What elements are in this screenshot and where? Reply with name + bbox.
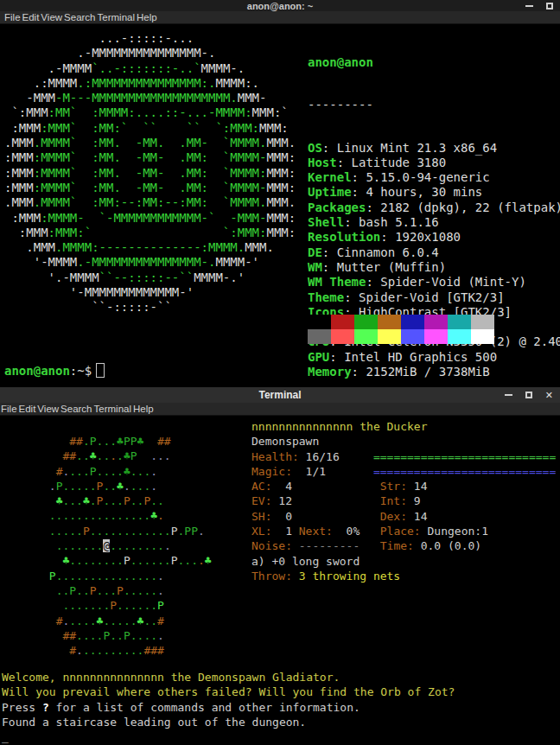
palette-swatch — [471, 329, 494, 344]
terminal-row: nnnnnnnnnnnnnnn the Ducker — [251, 419, 556, 434]
prompt-path: :~$ — [70, 364, 92, 378]
terminal-row: AC: 4 Str: 14 — [251, 479, 556, 493]
palette-swatch — [378, 315, 401, 329]
terminal-row: a) +0 long sword — [251, 554, 556, 569]
info-line: OS: Linux Mint 21.3 x86_64 — [308, 141, 560, 156]
palette-swatch — [308, 329, 331, 344]
terminal-row: _ — [2, 729, 455, 744]
terminal-row: .......@......... — [2, 538, 212, 553]
palette-swatch — [448, 315, 471, 329]
minimize-icon[interactable] — [505, 394, 512, 396]
info-line: DE: Cinnamon 6.0.4 — [308, 245, 560, 260]
palette-swatch — [401, 315, 424, 329]
terminal-row: .MMM.MMMM:--------------:MMMM.MMM. — [4, 240, 296, 255]
menu-item-file[interactable]: File — [3, 12, 22, 22]
info-user-host: anon@anon — [308, 55, 560, 70]
info-line: Shell: bash 5.1.16 — [308, 215, 560, 230]
terminal-row: ...............♣. — [2, 508, 212, 523]
terminal-row: Magic: 1/1 =========================== — [251, 464, 556, 479]
terminal-row: #....P....♣.... — [2, 464, 212, 479]
menu-item-help[interactable]: Help — [136, 12, 158, 22]
menu-item-search[interactable]: Search — [60, 404, 92, 414]
terminal-row: :MMM:MMMM` :MM. -MM- .MM: `MMMM-MMM: — [4, 150, 296, 165]
palette-swatch — [308, 315, 331, 329]
terminal-row: .:MMMM.:MMMMMMMMMMMMMMM:.MMMM:. — [4, 76, 296, 91]
terminal-row: `:MMM:MM` :MMMM:....::-...-MMMM:MMM:` — [4, 105, 296, 120]
terminal-row: '-MMMMMMMMMMMMM-' — [4, 285, 296, 300]
terminal-row: ``-:::::-`` — [4, 300, 296, 315]
menu-item-file[interactable]: File — [0, 404, 18, 414]
titlebar[interactable]: anon@anon: ~ — [0, 0, 560, 11]
terminal-cursor — [96, 363, 105, 378]
terminal-row: :MMM:MMMM` :MM. -MM- .MM: `MMMM:MMM: — [4, 166, 296, 181]
palette-swatch — [424, 329, 448, 344]
terminal-row: Noise: --------- Time: 0.0 (0.0) — [251, 538, 556, 553]
dungeon-map: ##.P...♣PP♣ ## ##..♣....♣P ... #....P...… — [2, 434, 212, 658]
maximize-icon[interactable] — [525, 392, 532, 398]
terminal-row: .-MMMM`..-:::::::-..`MMMM-. — [4, 61, 296, 76]
palette-swatch — [424, 315, 448, 329]
shell-prompt: anon@anon:~$ — [4, 363, 105, 378]
terminal-row: :MMM:MMM:` `:MMM:MMM: — [4, 226, 296, 240]
close-icon[interactable]: ✕ — [545, 391, 553, 400]
message-log: Welcome, nnnnnnnnnnnnnnn the Demonspawn … — [2, 670, 455, 744]
terminal-row: .-MMMMMMMMMMMMMMM-. — [4, 46, 296, 60]
neofetch-ascii-art: ...-:::::-... .-MMMMMMMMMMMMMMM-. .-MMMM… — [4, 31, 296, 315]
palette-swatch — [471, 315, 494, 329]
terminal-row: Welcome, nnnnnnnnnnnnnnn the Demonspawn … — [2, 670, 455, 685]
terminal-row: P................ — [2, 569, 212, 583]
menu-item-terminal[interactable]: Terminal — [97, 12, 136, 22]
terminal-row: :MMM:MMM` :MM:` `` `` `:MMM:MMM: — [4, 121, 296, 136]
window-controls: ✕ — [505, 387, 553, 403]
terminal-row: ..P..P...P...... — [2, 583, 212, 598]
palette-swatch — [331, 315, 354, 329]
palette-swatch — [448, 329, 471, 344]
info-line: Host: Latitude 3180 — [308, 156, 560, 170]
menu-item-terminal[interactable]: Terminal — [93, 404, 132, 414]
palette-swatch — [354, 329, 378, 344]
terminal-row: .....P............P.PP. — [2, 524, 212, 538]
menu-item-search[interactable]: Search — [63, 12, 96, 22]
terminal-row: XL: 1 Next: 0% Place: Dungeon:1 — [251, 524, 556, 538]
palette-swatch — [354, 315, 378, 329]
terminal-row: Will you prevail where others failed? Wi… — [2, 685, 455, 699]
terminal-row: -MMM-M---MMMMMMMMMMMMMMMMMMM.MMM- — [4, 91, 296, 105]
palette-row-normal — [308, 315, 494, 329]
info-line: Memory: 2152MiB / 3738MiB — [308, 365, 560, 379]
titlebar[interactable]: Terminal ✕ — [0, 387, 560, 403]
terminal-row: ##.P...♣PP♣ ## — [2, 434, 212, 449]
info-line: Resolution: 1920x1080 — [308, 230, 560, 245]
menu-item-edit[interactable]: Edit — [18, 404, 37, 414]
minimize-icon[interactable] — [525, 5, 533, 7]
palette-swatch — [401, 329, 424, 344]
palette-row-bright — [308, 329, 494, 344]
terminal-row: .MMM.MMMM` :MM:--:MM:--:MM: `MMMM.MMM. — [4, 195, 296, 210]
terminal-row: #.....♣.....♣..# — [2, 614, 212, 628]
maximize-icon[interactable] — [546, 3, 553, 10]
terminal-row: :MMM:MMMM` :MM. -MM- .MM: `MMMM-MMM: — [4, 181, 296, 195]
color-palette — [308, 315, 494, 344]
prompt-user-host: anon@anon — [4, 364, 70, 378]
menu-item-help[interactable]: Help — [132, 404, 155, 414]
window-controls — [525, 0, 553, 11]
terminal-row: ##....P..P..... — [2, 628, 212, 643]
menu-item-edit[interactable]: Edit — [22, 12, 41, 22]
terminal-row: SH: 0 Dex: 14 — [251, 509, 556, 524]
terminal-row: ♣........P......P....♣ — [2, 553, 212, 568]
menu-item-view[interactable]: View — [36, 404, 60, 414]
info-line: Theme: Spider-Void [GTK2/3] — [308, 290, 560, 305]
terminal-content[interactable]: ...-:::::-... .-MMMMMMMMMMMMMMM-. .-MMMM… — [0, 24, 560, 387]
terminal-row: '.-MMMM``--:::::--``MMMM-.' — [4, 271, 296, 285]
info-line: Uptime: 4 hours, 30 mins — [308, 185, 560, 200]
window-title: Terminal — [258, 389, 301, 401]
terminal-row: Found a staircase leading out of the dun… — [2, 715, 455, 729]
game-terminal-window: Terminal ✕ FileEditViewSearchTerminalHel… — [0, 387, 560, 745]
terminal-row: :MMM:MMMM- `-MMMMMMMMMMMM-` -MMM-MMM: — [4, 211, 296, 226]
palette-swatch — [331, 329, 354, 344]
terminal-content[interactable]: ##.P...♣PP♣ ## ##..♣....♣P ... #....P...… — [0, 416, 560, 745]
menubar: FileEditViewSearchTerminalHelp — [0, 11, 560, 24]
info-separator: --------- — [308, 98, 560, 112]
window-title: anon@anon: ~ — [247, 1, 313, 11]
menu-item-view[interactable]: View — [40, 12, 63, 22]
info-line: Packages: 2182 (dpkg), 22 (flatpak) — [308, 201, 560, 215]
